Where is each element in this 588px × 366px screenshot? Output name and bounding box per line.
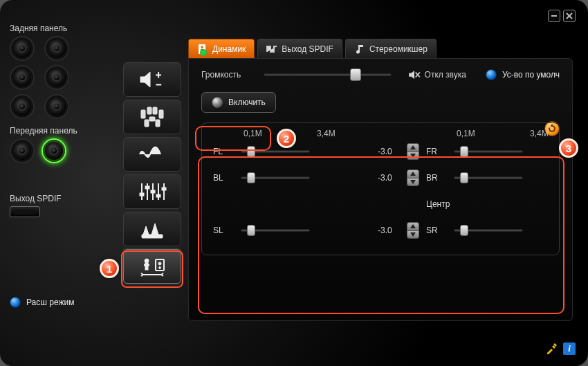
- enable-button[interactable]: Включить: [201, 92, 276, 113]
- channel-slider[interactable]: [454, 146, 523, 157]
- minimize-button[interactable]: [548, 10, 560, 22]
- channel-stepper[interactable]: [407, 143, 419, 160]
- app-window: Задняя панель Передняя панель Выход SPDI…: [0, 0, 588, 366]
- svg-rect-21: [162, 187, 166, 190]
- tab-label: Выход SPDIF: [282, 44, 333, 54]
- svg-point-30: [201, 46, 203, 48]
- radio-icon: [212, 97, 223, 108]
- scale-min: 0,1M: [454, 129, 530, 138]
- step-up[interactable]: [407, 170, 419, 179]
- side-tab-volume[interactable]: +−: [123, 62, 181, 97]
- square-wave-icon: [266, 44, 277, 55]
- channel-slider[interactable]: [241, 146, 310, 157]
- settings-button[interactable]: [545, 342, 558, 355]
- svg-point-27: [158, 262, 161, 265]
- rear-jack[interactable]: [44, 65, 69, 90]
- channel-value: -3.0: [372, 173, 407, 183]
- info-button[interactable]: i: [563, 342, 576, 355]
- distance-row: FL -3.0 FR -3.0: [213, 138, 548, 165]
- scale-max: 3,4M: [317, 129, 372, 138]
- volume-row: Громкость Откл звука Ус-во по умолч: [201, 68, 560, 81]
- mute-toggle[interactable]: Откл звука: [408, 70, 466, 80]
- mute-label: Откл звука: [425, 70, 466, 80]
- side-tab-speaker-config[interactable]: [123, 100, 181, 134]
- tab-stereo-mix[interactable]: Стереомикшер: [345, 39, 437, 58]
- channel-value: -3.0: [372, 226, 407, 235]
- rear-jack[interactable]: [44, 36, 69, 61]
- svg-rect-10: [156, 120, 160, 127]
- channel-stepper[interactable]: [407, 222, 419, 239]
- callout-marker-2: 2: [277, 129, 296, 148]
- svg-point-28: [159, 267, 161, 269]
- volume-slider[interactable]: [264, 68, 392, 81]
- svg-rect-5: [141, 110, 145, 118]
- side-tabs: +−: [123, 62, 181, 286]
- step-down[interactable]: [407, 231, 419, 239]
- callout-marker-3: 3: [559, 138, 578, 158]
- front-jack-active[interactable]: [42, 138, 66, 163]
- step-up[interactable]: [407, 223, 419, 231]
- channel-value: -3.0: [372, 147, 407, 156]
- tab-content: Громкость Откл звука Ус-во по умолч Вклю…: [188, 58, 573, 321]
- channel-slider[interactable]: [454, 172, 523, 183]
- svg-rect-20: [156, 194, 160, 197]
- front-jack[interactable]: [10, 138, 35, 163]
- channel-label: SR: [426, 226, 454, 235]
- step-down[interactable]: [407, 152, 419, 160]
- radio-icon: [486, 69, 497, 80]
- tab-spdif[interactable]: Выход SPDIF: [257, 39, 342, 58]
- radio-icon: [10, 297, 21, 308]
- side-tab-environment[interactable]: [123, 212, 181, 246]
- rear-panel-label: Задняя панель: [10, 24, 107, 33]
- channel-label: FR: [426, 147, 454, 156]
- spdif-port[interactable]: [10, 206, 40, 217]
- default-device-toggle[interactable]: Ус-во по умолч: [486, 69, 560, 80]
- callout-marker-1: 1: [100, 259, 119, 278]
- rear-jack[interactable]: [10, 94, 35, 119]
- enable-label: Включить: [228, 98, 266, 107]
- hardware-panel: Задняя панель Передняя панель Выход SPDI…: [10, 24, 107, 217]
- channel-label: FL: [213, 147, 241, 156]
- svg-rect-6: [159, 110, 163, 118]
- tab-label: Стереомикшер: [369, 44, 428, 54]
- channel-slider[interactable]: [241, 225, 310, 236]
- front-panel-label: Передняя панель: [10, 126, 107, 136]
- svg-rect-7: [147, 107, 151, 114]
- side-tab-equalizer[interactable]: [123, 174, 181, 209]
- rear-jack-grid: [10, 36, 107, 119]
- channel-stepper[interactable]: [407, 170, 419, 186]
- front-jack-row: [10, 138, 107, 163]
- tab-speaker[interactable]: Динамик: [188, 39, 255, 58]
- scale-max: 3,4M: [530, 129, 585, 138]
- music-note-icon: [354, 44, 365, 55]
- advanced-mode-toggle[interactable]: Расш режим: [10, 297, 74, 308]
- channel-slider[interactable]: [241, 172, 310, 183]
- channel-label: BR: [426, 173, 454, 183]
- rear-jack[interactable]: [10, 65, 35, 90]
- svg-rect-8: [153, 107, 157, 114]
- channel-value: -3.0: [585, 173, 588, 183]
- svg-rect-11: [149, 117, 155, 121]
- side-tab-room-correction[interactable]: [123, 249, 181, 284]
- channel-value: -3.0: [585, 147, 588, 156]
- channel-slider[interactable]: [454, 225, 523, 236]
- close-button[interactable]: [563, 10, 576, 22]
- step-up[interactable]: [407, 144, 419, 152]
- distance-header: 0,1M 3,4M 0,1M 3,4M: [213, 129, 548, 138]
- side-tab-effects[interactable]: [123, 137, 181, 172]
- rear-jack[interactable]: [10, 36, 35, 61]
- distance-row: Центр: [213, 191, 548, 217]
- check-icon: [200, 49, 207, 56]
- svg-rect-19: [151, 190, 155, 193]
- top-tabs: Динамик Выход SPDIF Стереомикшер: [188, 39, 573, 58]
- rear-jack[interactable]: [44, 94, 69, 119]
- svg-point-23: [145, 259, 149, 263]
- channel-label: BL: [213, 173, 241, 183]
- distance-panel: 0,1M 3,4M 0,1M 3,4M FL -3.0 FR -3.0 BL: [201, 122, 560, 255]
- advanced-mode-label: Расш режим: [26, 298, 74, 307]
- svg-rect-9: [145, 120, 149, 127]
- svg-rect-17: [140, 193, 144, 196]
- step-down[interactable]: [407, 179, 419, 186]
- svg-text:−: −: [156, 79, 161, 90]
- tab-label: Динамик: [212, 44, 246, 54]
